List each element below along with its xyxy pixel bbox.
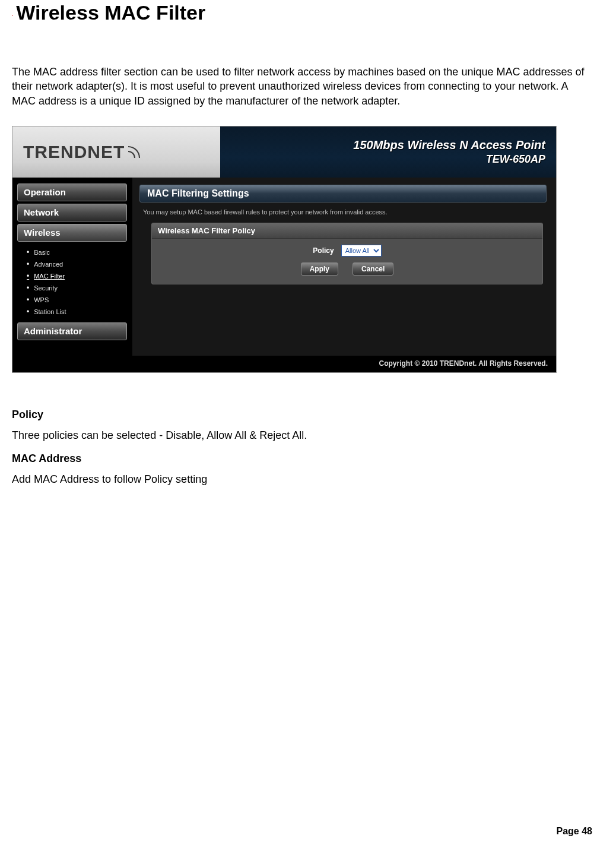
- signal-arcs-icon: [128, 144, 142, 160]
- panel-title: MAC Filtering Settings: [139, 185, 547, 202]
- product-banner: 150Mbps Wireless N Access Point TEW-650A…: [220, 126, 556, 178]
- page-number: Page 48: [557, 826, 592, 837]
- apply-button[interactable]: Apply: [301, 262, 338, 276]
- subnav-wps[interactable]: WPS: [26, 294, 132, 306]
- policy-select[interactable]: Allow All: [341, 245, 382, 257]
- mac-policy-title: Wireless MAC Filter Policy: [152, 223, 542, 239]
- product-name: 150Mbps Wireless N Access Point: [353, 138, 545, 152]
- policy-heading: Policy: [12, 409, 604, 421]
- mac-address-heading: MAC Address: [12, 452, 604, 465]
- router-admin-panel: TRENDNET 150Mbps Wireless N Access Point…: [12, 126, 557, 373]
- panel-description: You may setup MAC based firewall rules t…: [143, 208, 547, 216]
- intro-paragraph: The MAC address filter section can be us…: [12, 65, 593, 108]
- nav-administrator[interactable]: Administrator: [17, 322, 127, 340]
- policy-text: Three policies can be selected - Disable…: [12, 429, 604, 442]
- product-model: TEW-650AP: [486, 153, 545, 166]
- nav-operation[interactable]: Operation: [17, 183, 127, 201]
- router-footer: Copyright © 2010 TRENDnet. All Rights Re…: [12, 356, 556, 372]
- wireless-submenu: Basic Advanced MAC Filter Security WPS S…: [17, 244, 132, 322]
- brand-logo: TRENDNET: [23, 142, 142, 162]
- subnav-security[interactable]: Security: [26, 282, 132, 294]
- mac-policy-panel: Wireless MAC Filter Policy Policy Allow …: [151, 223, 543, 284]
- nav-network[interactable]: Network: [17, 204, 127, 221]
- mac-address-text: Add MAC Address to follow Policy setting: [12, 473, 604, 486]
- subnav-basic[interactable]: Basic: [26, 246, 132, 258]
- subnav-advanced[interactable]: Advanced: [26, 258, 132, 270]
- brand-logo-area: TRENDNET: [12, 126, 220, 178]
- sidebar-nav: Operation Network Wireless Basic Advance…: [12, 178, 132, 356]
- subnav-mac-filter[interactable]: MAC Filter: [26, 270, 132, 282]
- policy-label: Policy: [313, 246, 334, 255]
- router-header: TRENDNET 150Mbps Wireless N Access Point…: [12, 126, 556, 178]
- cancel-button[interactable]: Cancel: [353, 262, 393, 276]
- nav-wireless[interactable]: Wireless: [17, 224, 127, 242]
- page-title: Wireless MAC Filter: [16, 1, 205, 24]
- subnav-station-list[interactable]: Station List: [26, 306, 132, 318]
- heading-dot: .: [12, 11, 14, 17]
- content-area: MAC Filtering Settings You may setup MAC…: [132, 178, 556, 356]
- brand-text: TRENDNET: [23, 142, 125, 162]
